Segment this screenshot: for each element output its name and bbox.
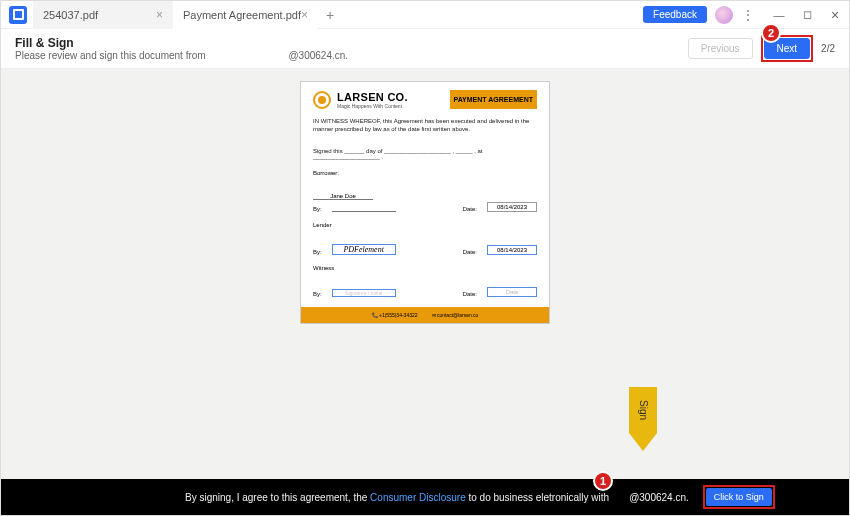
- witness-signature-field[interactable]: Signature / Initial: [332, 289, 396, 297]
- consumer-disclosure-link[interactable]: Consumer Disclosure: [370, 492, 466, 503]
- borrower-signature-field[interactable]: [332, 202, 396, 212]
- by-label: By:: [313, 206, 322, 212]
- page-subtitle: Please review and sign this document fro…: [15, 50, 348, 61]
- footer-phone: 📞 +1(555)34-34322: [372, 312, 418, 318]
- lender-signature-field[interactable]: PDFelement: [332, 244, 396, 255]
- tab-label: 254037.pdf: [43, 9, 98, 21]
- signed-this-line: Signed this ______ day of ______________…: [313, 148, 537, 160]
- lender-date-field[interactable]: 08/14/2023: [487, 245, 537, 255]
- bottom-domain: @300624.cn.: [629, 492, 689, 503]
- date-label: Date:: [463, 206, 477, 212]
- page-indicator: 2/2: [821, 43, 835, 54]
- agreement-text: By signing, I agree to this agreement, t…: [185, 492, 609, 503]
- witness-section-label: Witness: [313, 265, 537, 271]
- by-label: By:: [313, 291, 322, 297]
- company-tagline: Magic Happens With Content: [337, 103, 444, 109]
- kebab-menu-icon[interactable]: ⋮: [741, 7, 755, 23]
- document-page: LARSEN CO. Magic Happens With Content PA…: [300, 81, 550, 324]
- date-label: Date:: [463, 291, 477, 297]
- titlebar: 254037.pdf × Payment Agreement.pdf × + F…: [1, 1, 849, 29]
- bottom-bar: By signing, I agree to this agreement, t…: [1, 479, 849, 515]
- header-bar: Fill & Sign Please review and sign this …: [1, 29, 849, 69]
- lender-section-label: Lender: [313, 222, 537, 228]
- witness-date-field[interactable]: Date: [487, 287, 537, 297]
- maximize-button[interactable]: ◻: [793, 1, 821, 29]
- company-logo-icon: [313, 91, 331, 109]
- document-canvas[interactable]: LARSEN CO. Magic Happens With Content PA…: [1, 69, 849, 479]
- witness-whereof-text: IN WITNESS WHEREOF, this Agreement has b…: [313, 117, 537, 134]
- callout-badge-2: 2: [761, 23, 781, 43]
- avatar[interactable]: [715, 6, 733, 24]
- previous-button[interactable]: Previous: [688, 38, 753, 59]
- by-label: By:: [313, 249, 322, 255]
- close-window-button[interactable]: ×: [821, 1, 849, 29]
- page-title: Fill & Sign: [15, 36, 348, 50]
- document-footer: 📞 +1(555)34-34322 ✉ contact@larsen.co: [301, 307, 549, 323]
- sign-arrow-label: Sign: [638, 400, 649, 420]
- feedback-button[interactable]: Feedback: [643, 6, 707, 23]
- sign-here-indicator: Sign: [629, 387, 657, 457]
- tab-doc-1[interactable]: 254037.pdf ×: [33, 1, 173, 29]
- date-label: Date:: [463, 249, 477, 255]
- app-icon: [9, 6, 27, 24]
- borrower-name-field[interactable]: Jane Doe: [313, 193, 373, 200]
- company-name: LARSEN CO.: [337, 91, 444, 103]
- borrower-date-field[interactable]: 08/14/2023: [487, 202, 537, 212]
- tab-label: Payment Agreement.pdf: [183, 9, 301, 21]
- close-icon[interactable]: ×: [301, 8, 308, 22]
- borrower-section-label: Borrower:: [313, 170, 537, 176]
- new-tab-button[interactable]: +: [318, 7, 342, 23]
- callout-badge-1: 1: [593, 471, 613, 491]
- close-icon[interactable]: ×: [156, 8, 163, 22]
- tab-doc-2[interactable]: Payment Agreement.pdf ×: [173, 1, 318, 29]
- document-type-badge: PAYMENT AGREEMENT: [450, 90, 537, 109]
- window-controls: — ◻ ×: [765, 1, 849, 29]
- click-to-sign-button[interactable]: Click to Sign: [706, 488, 772, 506]
- footer-email: ✉ contact@larsen.co: [432, 312, 479, 318]
- callout-box-1: Click to Sign: [703, 485, 775, 509]
